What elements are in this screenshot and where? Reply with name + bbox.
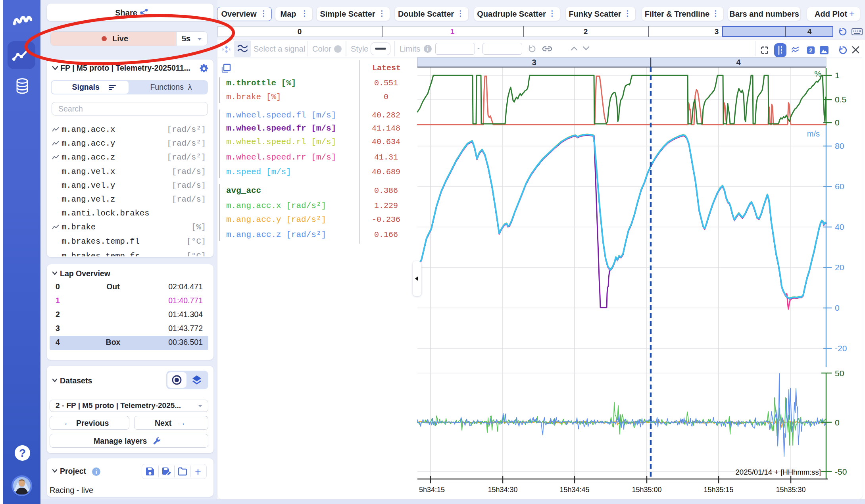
svg-text:-20: -20 (835, 344, 847, 353)
svg-text:0.5: 0.5 (835, 95, 846, 104)
svg-text:0: 0 (835, 303, 840, 312)
svg-text:40: 40 (835, 222, 844, 231)
svg-text:1: 1 (835, 71, 840, 80)
svg-text:15h35:30: 15h35:30 (776, 486, 805, 494)
svg-text:15h35:00: 15h35:00 (632, 486, 661, 494)
svg-text:15h35:15: 15h35:15 (704, 486, 733, 494)
svg-text:2025/01/14 + [HHhmm:ss]: 2025/01/14 + [HHhmm:ss] (736, 468, 821, 476)
svg-text:-50: -50 (835, 467, 847, 476)
svg-text:m/s: m/s (807, 129, 820, 138)
svg-text:15h34:45: 15h34:45 (559, 486, 589, 494)
svg-text:%: % (814, 69, 821, 78)
svg-text:15h34:30: 15h34:30 (488, 486, 517, 494)
svg-text:60: 60 (835, 182, 844, 191)
svg-text:0: 0 (835, 118, 840, 127)
svg-text:20: 20 (835, 263, 844, 272)
svg-text:50: 50 (835, 369, 844, 378)
svg-text:5h34:15: 5h34:15 (419, 486, 445, 494)
svg-text:80: 80 (835, 141, 844, 150)
svg-text:4: 4 (736, 58, 741, 67)
svg-text:0: 0 (835, 418, 840, 427)
svg-text:3: 3 (532, 58, 536, 67)
